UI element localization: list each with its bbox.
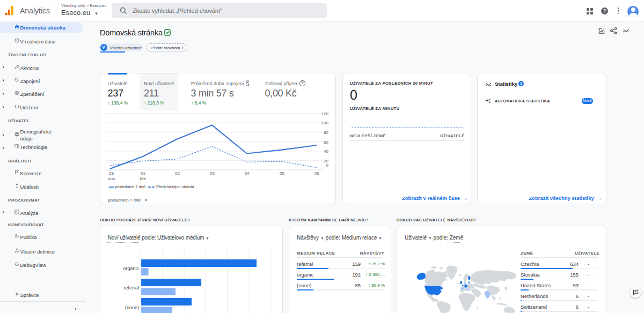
- svg-text:01: 01: [141, 171, 145, 176]
- svg-text:organic: organic: [123, 266, 139, 271]
- svg-text:40: 40: [324, 149, 328, 154]
- svg-text:referral: referral: [123, 285, 139, 290]
- svg-text:02: 02: [175, 171, 180, 176]
- svg-text:60: 60: [324, 140, 328, 145]
- svg-text:03: 03: [210, 171, 215, 176]
- svg-text:06: 06: [314, 171, 319, 176]
- svg-text:120: 120: [321, 111, 329, 116]
- svg-text:05: 05: [280, 171, 284, 176]
- svg-text:80: 80: [324, 130, 328, 135]
- svg-text:úno: úno: [108, 176, 115, 181]
- svg-text:28: 28: [109, 171, 114, 176]
- svg-text:04: 04: [245, 171, 250, 176]
- svg-text:bře: bře: [140, 176, 147, 181]
- svg-text:100: 100: [321, 121, 329, 125]
- svg-text:$: $: [16, 91, 18, 94]
- svg-text:0: 0: [326, 163, 329, 168]
- svg-text:(none): (none): [125, 305, 139, 310]
